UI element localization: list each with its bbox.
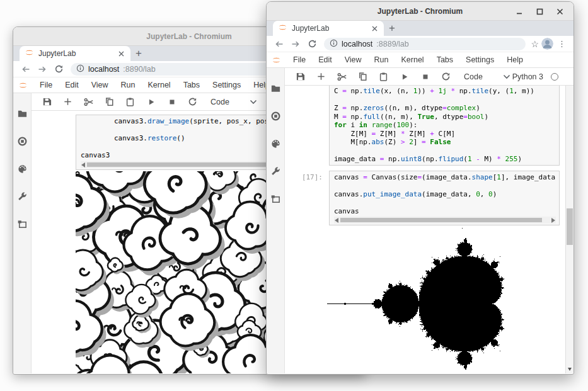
info-icon[interactable] [76, 64, 84, 75]
mandelbrot-canvas [287, 227, 563, 373]
tab-close-icon[interactable] [116, 48, 126, 59]
paste-icon[interactable] [373, 68, 394, 86]
add-cell-icon[interactable] [57, 93, 78, 111]
open-tabs-icon[interactable] [267, 185, 284, 213]
code-line: M = np.full((n, m), True, dtype=bool) [334, 113, 556, 122]
window-title: JupyterLab - Chromium [378, 7, 463, 16]
running-sessions-icon[interactable] [267, 102, 284, 130]
paste-icon[interactable] [120, 93, 141, 111]
menu-edit[interactable]: Edit [312, 55, 338, 64]
cut-icon[interactable] [331, 68, 352, 86]
menu-tabs[interactable]: Tabs [430, 55, 459, 64]
wrench-icon[interactable] [13, 183, 31, 210]
folder-icon[interactable] [13, 99, 31, 127]
notebook-cells: C = np.tile(x, (n, 1)) + 1j * np.tile(y,… [285, 86, 574, 373]
copy-icon[interactable] [99, 93, 120, 111]
menu-help[interactable]: Help [500, 55, 529, 64]
tab-label: JupyterLab [292, 24, 366, 33]
browser-toolbar: localhost:8889/lab ☆ ⋮ [267, 36, 574, 52]
url-host: localhost [342, 40, 372, 48]
code-line: Z = np.zeros((n, m), dtype=complex) [334, 104, 556, 113]
menu-settings[interactable]: Settings [206, 81, 247, 89]
run-icon[interactable] [141, 93, 161, 111]
menu-settings[interactable]: Settings [459, 55, 500, 64]
scroll-left-icon[interactable] [335, 218, 338, 223]
restart-icon[interactable] [182, 93, 203, 111]
code-line [334, 96, 556, 105]
maximize-icon[interactable] [532, 4, 547, 18]
browser-menu-icon[interactable]: ⋮ [556, 40, 568, 48]
bookmark-star-icon[interactable]: ☆ [531, 40, 539, 48]
scroll-left-icon[interactable] [81, 162, 85, 167]
save-icon[interactable] [290, 68, 311, 86]
reload-icon[interactable] [52, 62, 66, 76]
chevron-down-icon[interactable] [250, 99, 257, 105]
menu-tabs[interactable]: Tabs [177, 81, 206, 89]
tab-close-icon[interactable] [369, 23, 379, 33]
folder-icon[interactable] [267, 74, 284, 102]
running-sessions-icon[interactable] [13, 127, 31, 155]
cut-icon[interactable] [78, 93, 99, 111]
jupyter-logo [18, 80, 28, 91]
code-editor[interactable]: C = np.tile(x, (n, 1)) + 1j * np.tile(y,… [329, 86, 560, 166]
open-tabs-icon[interactable] [13, 210, 31, 238]
cell-type-dropdown[interactable]: Code [464, 72, 483, 81]
back-arrow-icon[interactable] [272, 37, 286, 51]
notebook-panel: Code Python 3 C = np.tile(x, (n, 1)) + 1… [285, 68, 574, 373]
menu-kernel[interactable]: Kernel [142, 81, 177, 89]
cell-type-dropdown[interactable]: Code [210, 98, 229, 106]
horizontal-scrollbar[interactable] [334, 217, 556, 224]
save-icon[interactable] [37, 93, 57, 111]
wrench-icon[interactable] [267, 157, 284, 185]
new-tab-button[interactable]: + [384, 21, 400, 36]
menu-run[interactable]: Run [368, 55, 395, 64]
code-editor[interactable]: canvas = Canvas(size=(image_data.shape[1… [329, 171, 560, 226]
forward-arrow-icon[interactable] [289, 37, 303, 51]
forward-arrow-icon[interactable] [35, 62, 49, 76]
menu-file[interactable]: File [287, 55, 312, 64]
reload-icon[interactable] [305, 37, 319, 51]
stop-icon[interactable] [161, 93, 182, 111]
copy-icon[interactable] [352, 68, 373, 86]
notebook-toolbar: Code Python 3 [285, 68, 574, 86]
code-line: M[np.abs(Z) > 2] = False [334, 138, 556, 147]
add-cell-icon[interactable] [311, 68, 331, 86]
scroll-right-icon[interactable] [551, 218, 555, 223]
url-field[interactable]: localhost:8889/lab [324, 38, 526, 50]
browser-tab-jupyterlab[interactable]: JupyterLab [20, 46, 130, 61]
back-arrow-icon[interactable] [19, 62, 33, 76]
cell-prompt [32, 115, 76, 170]
close-icon[interactable] [552, 4, 567, 18]
info-icon[interactable] [330, 38, 338, 50]
window-title: JupyterLab - Chromium [146, 32, 231, 41]
menu-file[interactable]: File [33, 81, 59, 89]
scrollbar-thumb[interactable] [567, 208, 573, 245]
mandelbrot-output-image [287, 227, 560, 373]
kernel-name[interactable]: Python 3 [512, 72, 543, 81]
chevron-down-icon[interactable] [503, 74, 510, 79]
menu-view[interactable]: View [338, 55, 368, 64]
kernel-status-icon [551, 73, 558, 81]
tab-strip: JupyterLab + [267, 21, 574, 36]
browser-tab-jupyterlab[interactable]: JupyterLab [273, 21, 384, 36]
restart-icon[interactable] [435, 68, 456, 86]
minimize-icon[interactable] [512, 4, 527, 18]
palette-icon[interactable] [13, 155, 31, 183]
activity-bar [267, 68, 285, 373]
code-line: C = np.tile(x, (n, 1)) + 1j * np.tile(y,… [334, 87, 556, 96]
cell-prompt: [17]: [285, 171, 329, 226]
chromium-window-front[interactable]: JupyterLab - Chromium JupyterLab + local… [266, 1, 574, 375]
run-icon[interactable] [394, 68, 415, 86]
new-tab-button[interactable]: + [130, 46, 147, 61]
vertical-scrollbar[interactable] [565, 86, 574, 373]
scrollbar-thumb[interactable] [340, 218, 542, 222]
menu-run[interactable]: Run [115, 81, 142, 89]
menu-view[interactable]: View [85, 81, 115, 89]
jupyter-favicon [277, 22, 288, 35]
menu-edit[interactable]: Edit [59, 81, 85, 89]
profile-avatar[interactable] [541, 38, 553, 50]
window-titlebar[interactable]: JupyterLab - Chromium [267, 2, 574, 21]
palette-icon[interactable] [267, 130, 284, 157]
menu-kernel[interactable]: Kernel [395, 55, 430, 64]
stop-icon[interactable] [415, 68, 435, 86]
